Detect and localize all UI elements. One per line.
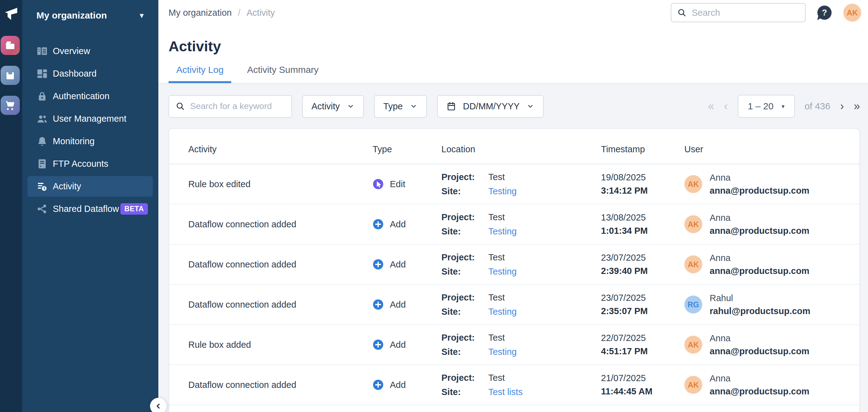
timestamp-cell: 23/07/2025 2:39:40 PM <box>601 251 684 278</box>
site-link[interactable]: Testing <box>488 225 517 237</box>
user-email: anna@productsup.com <box>710 184 809 197</box>
prev-page-button[interactable]: ‹ <box>724 101 728 112</box>
sidebar-item-label: Overview <box>53 46 90 56</box>
filters: Activity Type DD/MM/YYYY <box>168 95 544 118</box>
location-cell: Project:Test Site:Testing <box>441 291 601 318</box>
add-type-icon <box>373 259 384 270</box>
app-rail <box>0 0 22 412</box>
first-page-button[interactable]: « <box>708 101 714 112</box>
folder-app-icon[interactable] <box>1 36 20 55</box>
date-filter-label: DD/MM/YYYY <box>463 101 520 112</box>
user-cell: AK Annaanna@productsup.com <box>684 252 847 277</box>
activity-filter-dropdown[interactable]: Activity <box>302 95 364 118</box>
project-value: Test <box>488 372 505 384</box>
user-name: Anna <box>710 252 809 264</box>
timestamp-date: 13/08/2025 <box>601 211 684 224</box>
activity-cell: Dataflow connection added <box>188 219 373 230</box>
tab-activity-summary[interactable]: Activity Summary <box>239 64 326 83</box>
site-label: Site: <box>441 305 488 318</box>
type-label: Add <box>390 340 406 350</box>
sidebar-collapse-button[interactable] <box>150 398 167 412</box>
project-value: Test <box>488 251 505 263</box>
chevron-left-icon <box>154 402 163 411</box>
site-link[interactable]: Testing <box>488 305 517 318</box>
user-avatar[interactable]: AK <box>843 4 861 22</box>
type-label: Add <box>390 380 406 390</box>
page-range-value: 1 – 20 <box>748 101 774 112</box>
sidebar-item-dashboard[interactable]: Dashboard <box>28 63 153 84</box>
breadcrumb: My organization / Activity <box>168 8 275 18</box>
sidebar-nav: Overview Dashboard Authentication User M… <box>22 41 158 219</box>
column-header-location: Location <box>441 144 601 154</box>
site-link[interactable]: Testing <box>488 346 517 358</box>
activity-filter-label: Activity <box>311 101 340 112</box>
user-cell: AK Annaanna@productsup.com <box>684 211 847 237</box>
table-row: Dataflow connection added Add Project:Te… <box>169 285 859 325</box>
sidebar-item-shared-dataflow[interactable]: Shared Dataflow BETA <box>28 199 153 219</box>
sidebar-item-ftp-accounts[interactable]: FTP Accounts <box>28 153 153 174</box>
user-cell: AK Annaanna@productsup.com <box>684 171 847 197</box>
add-type-icon <box>373 339 384 350</box>
box-app-icon[interactable] <box>1 66 20 85</box>
site-label: Site: <box>441 225 488 237</box>
site-label: Site: <box>441 346 488 358</box>
type-cell: Add <box>373 339 441 350</box>
sidebar-item-label: Activity <box>53 181 81 192</box>
date-filter-dropdown[interactable]: DD/MM/YYYY <box>437 95 544 118</box>
site-link[interactable]: Testing <box>488 185 517 197</box>
table-row: Dataflow connection added Add Project:Te… <box>169 204 859 245</box>
user-name: Anna <box>710 211 809 224</box>
breadcrumb-current: Activity <box>247 8 275 18</box>
global-search-input[interactable] <box>692 8 800 18</box>
cart-app-icon[interactable] <box>1 96 20 115</box>
type-label: Edit <box>390 179 405 189</box>
add-type-icon <box>373 299 384 310</box>
avatar: AK <box>684 336 702 354</box>
page-head: Activity Activity Log Activity Summary <box>158 25 868 84</box>
activity-icon <box>36 181 48 192</box>
type-cell: Edit <box>373 178 441 189</box>
timestamp-cell: 22/07/2025 4:51:17 PM <box>601 331 684 358</box>
table-row: Rule box edited Edit Project:Test Site:T… <box>169 164 859 204</box>
sidebar-item-user-management[interactable]: User Management <box>28 109 153 129</box>
keyword-search-input[interactable] <box>190 101 285 111</box>
site-label: Site: <box>441 386 488 398</box>
sidebar-item-label: Dashboard <box>53 68 97 79</box>
project-value: Test <box>488 331 505 344</box>
column-header-activity: Activity <box>188 144 373 154</box>
sidebar-item-overview[interactable]: Overview <box>28 41 153 61</box>
type-cell: Add <box>373 299 441 310</box>
type-filter-dropdown[interactable]: Type <box>374 95 427 118</box>
type-cell: Add <box>373 219 441 230</box>
site-link[interactable]: Testing <box>488 265 517 278</box>
users-icon <box>36 113 48 124</box>
user-email: anna@productsup.com <box>710 345 809 358</box>
site-label: Site: <box>441 265 488 278</box>
sidebar-item-authentication[interactable]: Authentication <box>28 86 153 107</box>
sidebar-item-label: Shared Dataflow <box>53 204 119 214</box>
user-name: Anna <box>710 171 809 184</box>
main-area: My organization / Activity ? AK Activity… <box>158 0 868 412</box>
timestamp-date: 21/07/2025 <box>601 372 684 385</box>
tab-activity-log[interactable]: Activity Log <box>168 64 231 83</box>
page-range-select[interactable]: 1 – 20 ▾ <box>738 95 795 118</box>
site-link[interactable]: Test lists <box>488 386 523 398</box>
activity-cell: Dataflow connection added <box>188 300 373 310</box>
sidebar-item-monitoring[interactable]: Monitoring <box>28 131 153 152</box>
help-icon[interactable]: ? <box>817 5 832 20</box>
sidebar-item-activity[interactable]: Activity <box>28 176 153 197</box>
last-page-button[interactable]: » <box>854 101 860 112</box>
sidebar-item-label: Authentication <box>53 91 110 101</box>
next-page-button[interactable]: › <box>840 101 844 112</box>
chevron-down-icon: ▾ <box>140 11 144 20</box>
column-header-user: User <box>684 144 847 154</box>
app-rail-icons <box>0 36 22 115</box>
chevron-down-icon <box>526 102 534 110</box>
user-email: anna@productsup.com <box>710 224 809 237</box>
project-value: Test <box>488 291 505 303</box>
toolbar: Activity Type DD/MM/YYYY « ‹ 1 – 20 <box>168 95 860 118</box>
organization-switcher[interactable]: My organization ▾ <box>22 8 158 23</box>
productsup-logo-icon[interactable] <box>3 6 19 22</box>
breadcrumb-organization[interactable]: My organization <box>168 8 232 18</box>
chevron-down-icon <box>347 102 355 110</box>
